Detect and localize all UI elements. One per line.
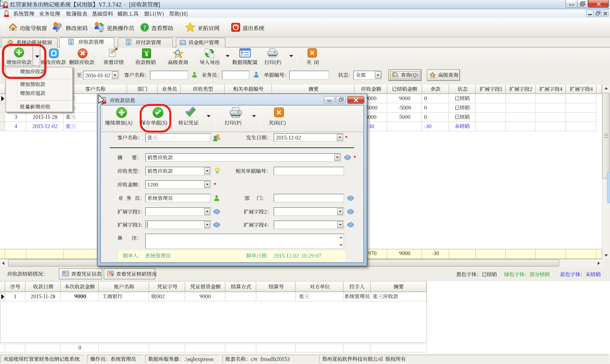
- svg-text:?: ?: [143, 24, 147, 31]
